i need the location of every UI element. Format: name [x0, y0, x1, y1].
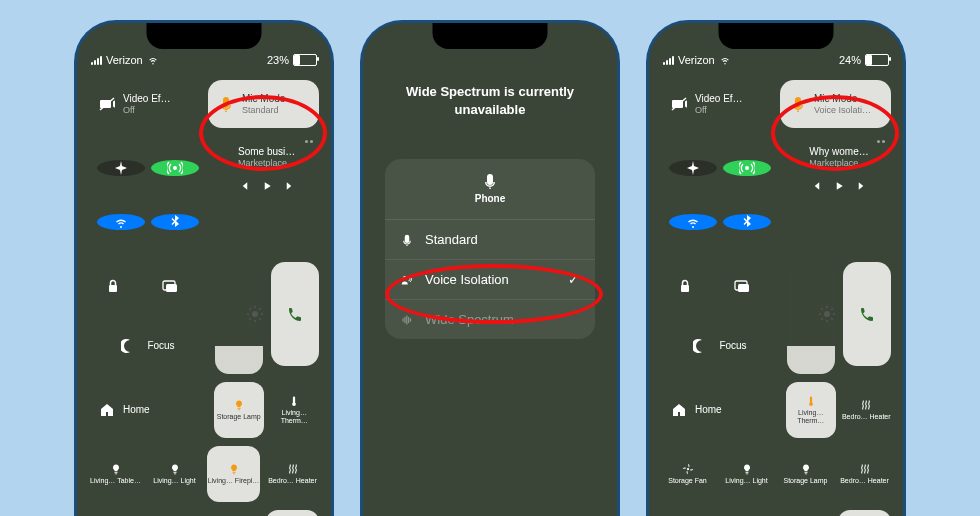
- hk-tile-3[interactable]: Living… Light: [148, 446, 201, 502]
- heat-icon: [287, 463, 299, 475]
- hk-tile-0[interactable]: Storage Lamp: [214, 382, 264, 438]
- status-bar: Verizon 23%: [77, 48, 331, 72]
- check-icon: ✓: [568, 272, 579, 287]
- mic-mode-tile[interactable]: Mic ModeStandard: [208, 80, 319, 128]
- play-icon[interactable]: [833, 180, 845, 192]
- antenna-icon: [739, 160, 755, 176]
- airplane-icon: [113, 160, 129, 176]
- person-voice-icon: [401, 274, 413, 286]
- media-tile[interactable]: Some busi…Marketplace…: [215, 136, 319, 202]
- focus-tile[interactable]: Focus: [89, 318, 207, 374]
- call-tile[interactable]: [271, 262, 319, 366]
- phone-icon: [859, 306, 875, 322]
- light-icon: [741, 463, 753, 475]
- bluetooth-toggle[interactable]: [723, 214, 771, 230]
- cellular-toggle[interactable]: [151, 160, 199, 176]
- hk-tile-4[interactable]: Living… Firepl…: [207, 446, 260, 502]
- connectivity-tile[interactable]: [661, 136, 779, 254]
- home-tile[interactable]: Home: [661, 382, 780, 438]
- video-off-icon: [671, 96, 687, 112]
- video-effects-tile[interactable]: Video Ef…Off: [661, 80, 772, 128]
- airplane-toggle[interactable]: [97, 160, 145, 176]
- flashlight-tile[interactable]: [661, 510, 714, 516]
- notch: [719, 23, 834, 49]
- light-icon: [228, 463, 240, 475]
- wifi-toggle[interactable]: [97, 214, 145, 230]
- hk-tile-0[interactable]: Living… Therm…: [786, 382, 836, 438]
- banner-text: Wide Spectrum is currently unavailable: [363, 83, 617, 119]
- lock-icon: [105, 278, 121, 294]
- menu-item-standard[interactable]: Standard: [385, 220, 595, 260]
- play-icon[interactable]: [261, 180, 273, 192]
- therm-icon: [805, 395, 817, 407]
- wifi-icon: [147, 54, 159, 66]
- airplay-dots: [877, 140, 885, 143]
- hk-tile-5[interactable]: Bedro… Heater: [838, 446, 891, 502]
- light-icon: [110, 463, 122, 475]
- menu-item-voice-isolation[interactable]: Voice Isolation✓: [385, 260, 595, 300]
- phone-right: Phone Verizon 24% Video Ef…Off Mic ModeV…: [646, 20, 906, 516]
- hk-tile-1[interactable]: Living… Therm…: [270, 382, 320, 438]
- back-icon[interactable]: [239, 180, 251, 192]
- focus-tile[interactable]: Focus: [661, 318, 779, 374]
- menu-item-wide-spectrum[interactable]: Wide Spectrum: [385, 300, 595, 339]
- bluetooth-icon: [739, 214, 755, 230]
- airplane-toggle[interactable]: [669, 160, 717, 176]
- forward-icon[interactable]: [283, 180, 295, 192]
- connectivity-tile[interactable]: [89, 136, 207, 254]
- rotation-lock-tile[interactable]: [89, 262, 137, 310]
- notch: [147, 23, 262, 49]
- mirror-icon: [733, 278, 749, 294]
- media-tile[interactable]: Why wome…Marketplace…: [787, 136, 891, 202]
- hk-tile-4[interactable]: Storage Lamp: [779, 446, 832, 502]
- wifi-icon: [113, 214, 129, 230]
- brightness-slider[interactable]: [787, 262, 835, 374]
- hk-tile-5[interactable]: Bedro… Heater: [266, 446, 319, 502]
- camera-tile[interactable]: [266, 510, 319, 516]
- signal-icon: [663, 56, 674, 65]
- mirror-icon: [161, 278, 177, 294]
- mic-icon: [790, 96, 806, 112]
- antenna-icon: [167, 160, 183, 176]
- airplane-icon: [685, 160, 701, 176]
- call-tile[interactable]: [843, 262, 891, 366]
- bluetooth-toggle[interactable]: [151, 214, 199, 230]
- video-off-icon: [99, 96, 115, 112]
- extra-tile-2[interactable]: [207, 510, 260, 516]
- brightness-slider[interactable]: [215, 262, 263, 374]
- screen-mirror-tile[interactable]: [145, 262, 193, 310]
- extra-tile[interactable]: [148, 510, 201, 516]
- sun-icon: [247, 306, 263, 322]
- hk-tile-3[interactable]: Living… Light: [720, 446, 773, 502]
- cellular-toggle[interactable]: [723, 160, 771, 176]
- camera-tile[interactable]: [838, 510, 891, 516]
- back-icon[interactable]: [811, 180, 823, 192]
- mic-icon: [401, 234, 413, 246]
- mic-icon: [482, 173, 498, 189]
- light-icon: [233, 399, 245, 411]
- battery-icon: [865, 54, 889, 66]
- screen-mirror-tile[interactable]: [717, 262, 765, 310]
- bluetooth-icon: [167, 214, 183, 230]
- heat-icon: [860, 399, 872, 411]
- phone-left: Phone Verizon 23% Video Ef…Off Mic ModeS…: [74, 20, 334, 516]
- hk-tile-1[interactable]: Bedro… Heater: [842, 382, 892, 438]
- extra-tile-2[interactable]: [779, 510, 832, 516]
- airplay-dots: [305, 140, 313, 143]
- hk-tile-2[interactable]: Storage Fan: [661, 446, 714, 502]
- video-effects-tile[interactable]: Video Ef…Off: [89, 80, 200, 128]
- flashlight-tile[interactable]: [89, 510, 142, 516]
- hk-tile-2[interactable]: Living… Table…: [89, 446, 142, 502]
- signal-icon: [91, 56, 102, 65]
- waves-icon: [401, 314, 413, 326]
- menu-header: Phone: [385, 159, 595, 220]
- phone-center: Wide Spectrum is currently unavailable P…: [360, 20, 620, 516]
- rotation-lock-tile[interactable]: [661, 262, 709, 310]
- wifi-toggle[interactable]: [669, 214, 717, 230]
- mic-icon: [218, 96, 234, 112]
- home-tile[interactable]: Home: [89, 382, 208, 438]
- mic-mode-tile[interactable]: Mic ModeVoice Isolati…: [780, 80, 891, 128]
- extra-tile[interactable]: [720, 510, 773, 516]
- forward-icon[interactable]: [855, 180, 867, 192]
- battery-icon: [293, 54, 317, 66]
